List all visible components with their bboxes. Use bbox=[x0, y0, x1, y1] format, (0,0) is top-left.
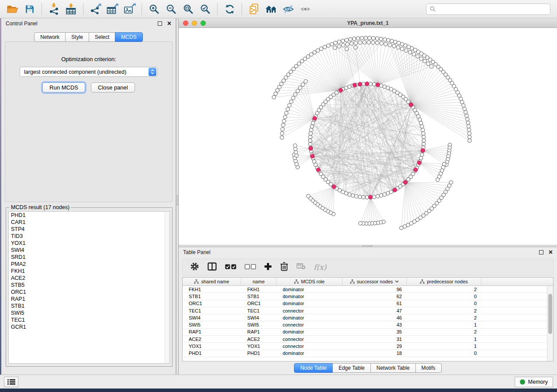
mcds-result-item[interactable]: STB1 bbox=[9, 303, 170, 309]
mcds-result-item[interactable]: RAP1 bbox=[9, 296, 170, 303]
mcds-result-item[interactable]: SWI5 bbox=[9, 309, 170, 316]
open-file-button[interactable] bbox=[4, 2, 21, 17]
search-input[interactable] bbox=[438, 6, 547, 12]
column-panel-button[interactable] bbox=[208, 262, 217, 272]
import-network-button[interactable] bbox=[46, 2, 62, 17]
table-row[interactable]: YOX1YOX1connector291 bbox=[183, 343, 553, 350]
mcds-result-item[interactable]: PMA2 bbox=[9, 261, 170, 268]
mcds-result-item[interactable]: FKH1 bbox=[9, 268, 170, 275]
mcds-result-item[interactable]: ORC1 bbox=[9, 289, 170, 296]
clone-network-button[interactable] bbox=[246, 2, 262, 17]
import-table-button[interactable] bbox=[63, 2, 79, 17]
table-settings-button[interactable] bbox=[190, 262, 199, 273]
mcds-list-scrollbar[interactable] bbox=[165, 212, 170, 363]
deselect-all-button[interactable] bbox=[245, 263, 256, 271]
mcds-result-item[interactable]: YOX1 bbox=[9, 240, 170, 247]
tab-network[interactable]: Network bbox=[34, 32, 66, 42]
close-panel-icon[interactable]: × bbox=[549, 250, 553, 254]
hide-selected-button[interactable] bbox=[280, 2, 296, 17]
cell-predecessor-nodes: 1 bbox=[407, 343, 481, 349]
window-close-icon[interactable] bbox=[183, 21, 188, 26]
network-window-titlebar[interactable]: YPA_prune.txt_1 bbox=[179, 18, 557, 28]
window-zoom-icon[interactable] bbox=[201, 21, 206, 26]
table-row[interactable]: ACE2ACE2connector311 bbox=[183, 336, 553, 343]
eye-slash-icon bbox=[283, 4, 294, 14]
table-scrollbar[interactable] bbox=[547, 286, 553, 361]
tab-node-table[interactable]: Node Table bbox=[294, 363, 333, 373]
tab-mcds[interactable]: MCDS bbox=[115, 32, 142, 42]
column-header-shared-name[interactable]: shared name bbox=[183, 278, 241, 285]
network-canvas[interactable] bbox=[179, 28, 557, 245]
mcds-result-item[interactable]: TID3 bbox=[9, 233, 170, 240]
column-header-MCDS-role[interactable]: MCDS role bbox=[277, 278, 343, 285]
splitter-handle[interactable] bbox=[176, 196, 178, 205]
splitter-handle[interactable] bbox=[363, 245, 372, 247]
mcds-result-item[interactable]: CAR1 bbox=[9, 219, 170, 226]
column-header-name[interactable]: name bbox=[241, 278, 277, 285]
network-graph[interactable] bbox=[179, 28, 557, 245]
cell-mcds-role: dominator bbox=[277, 329, 343, 335]
mcds-result-item[interactable]: ACE2 bbox=[9, 275, 170, 282]
table-row[interactable]: SWI5SWI5connector431 bbox=[183, 321, 553, 328]
first-neighbors-button[interactable] bbox=[263, 2, 279, 17]
export-network-button[interactable] bbox=[87, 2, 104, 17]
mcds-result-item[interactable]: SWI4 bbox=[9, 247, 170, 254]
main-toolbar bbox=[0, 0, 557, 18]
column-header-successor-nodes[interactable]: successor nodes bbox=[343, 278, 407, 285]
export-table-icon bbox=[107, 3, 118, 15]
float-panel-icon[interactable] bbox=[539, 250, 543, 254]
add-column-button[interactable] bbox=[264, 263, 272, 272]
search-field[interactable] bbox=[426, 3, 550, 15]
table-row[interactable]: RAP1RAP1dominator352 bbox=[183, 329, 553, 336]
close-panel-button[interactable]: Close panel bbox=[91, 83, 135, 93]
memory-button[interactable]: Memory bbox=[515, 377, 553, 387]
mcds-result-item[interactable]: GCR1 bbox=[9, 323, 170, 330]
delete-column-button[interactable] bbox=[280, 262, 288, 273]
function-builder-button[interactable]: f(x) bbox=[314, 263, 326, 272]
run-mcds-button[interactable]: Run MCDS bbox=[42, 83, 85, 93]
tab-edge-table[interactable]: Edge Table bbox=[332, 363, 371, 373]
network-window-title: YPA_prune.txt_1 bbox=[347, 20, 388, 26]
cell-successor-nodes: 43 bbox=[343, 321, 407, 328]
zoom-in-button[interactable] bbox=[146, 2, 162, 17]
cell-shared-name: SWI4 bbox=[183, 314, 241, 321]
delete-table-button[interactable] bbox=[297, 263, 305, 271]
mcds-result-item[interactable]: PHD1 bbox=[9, 212, 170, 219]
zoom-fit-button[interactable] bbox=[180, 2, 196, 17]
zoom-selected-button[interactable] bbox=[197, 2, 213, 17]
table-row[interactable]: TEC1TEC1connector472 bbox=[183, 307, 553, 314]
scrollbar-thumb[interactable] bbox=[548, 294, 552, 334]
save-session-button[interactable] bbox=[21, 2, 38, 17]
apply-layout-button[interactable] bbox=[221, 2, 238, 17]
table-row[interactable]: SWI4SWI4dominator462 bbox=[183, 314, 553, 321]
table-row[interactable]: ORC1ORC1dominator610 bbox=[183, 300, 553, 307]
float-panel-icon[interactable] bbox=[158, 21, 162, 26]
mcds-result-item[interactable]: SRD1 bbox=[9, 254, 170, 261]
mcds-result-item[interactable]: TEC1 bbox=[9, 316, 170, 323]
select-all-button[interactable] bbox=[225, 263, 236, 271]
open-folder-icon bbox=[7, 4, 18, 14]
zoom-out-button[interactable] bbox=[163, 2, 179, 17]
show-all-button[interactable] bbox=[297, 2, 313, 17]
tab-motifs[interactable]: Motifs bbox=[415, 363, 442, 373]
window-minimize-icon[interactable] bbox=[192, 21, 197, 26]
export-image-button[interactable] bbox=[121, 2, 138, 17]
export-table-button[interactable] bbox=[104, 2, 121, 17]
table-row[interactable]: PHD1PHD1dominator180 bbox=[183, 350, 553, 357]
close-panel-icon[interactable]: × bbox=[167, 21, 171, 26]
cell-successor-nodes: 35 bbox=[343, 329, 407, 335]
cell-shared-name: TEC1 bbox=[183, 307, 241, 314]
table-row[interactable]: FKH1FKH1dominator962 bbox=[183, 286, 553, 293]
mcds-result-item[interactable]: STP4 bbox=[9, 226, 170, 233]
mcds-result-item[interactable]: STB5 bbox=[9, 282, 170, 289]
task-history-button[interactable] bbox=[4, 377, 18, 387]
tab-style[interactable]: Style bbox=[65, 32, 89, 42]
cell-mcds-role: connector bbox=[277, 343, 343, 349]
mcds-result-list[interactable]: PHD1CAR1STP4TID3YOX1SWI4SRD1PMA2FKH1ACE2… bbox=[8, 211, 170, 364]
tab-select[interactable]: Select bbox=[89, 32, 115, 42]
table-row[interactable]: STB1STB1dominator620 bbox=[183, 293, 553, 300]
criterion-select[interactable]: largest connected component (undirected) bbox=[20, 67, 158, 77]
window-controls bbox=[183, 21, 206, 26]
tab-network-table[interactable]: Network Table bbox=[370, 363, 416, 373]
column-header-predecessor-nodes[interactable]: predecessor nodes bbox=[407, 278, 481, 285]
